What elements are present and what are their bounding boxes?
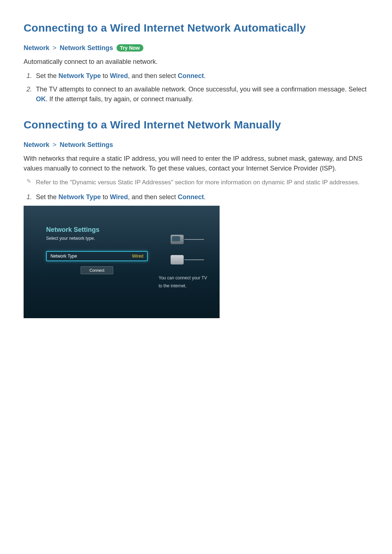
tv-title: Network Settings: [46, 226, 148, 234]
intro-manual: With networks that require a static IP a…: [24, 154, 368, 173]
tv-network-type-select[interactable]: Network Type Wired: [46, 251, 148, 261]
note-text: Refer to the "Dynamic versus Static IP A…: [36, 178, 368, 187]
kw-network-type: Network Type: [58, 193, 101, 201]
crumb-network-settings[interactable]: Network Settings: [60, 141, 113, 148]
breadcrumb-manual: Network > Network Settings: [24, 141, 368, 149]
crumb-network[interactable]: Network: [24, 44, 49, 52]
crumb-sep: >: [53, 141, 57, 148]
crumb-network-settings[interactable]: Network Settings: [60, 44, 113, 52]
tv-connect-button[interactable]: Connect: [81, 266, 113, 274]
tv-select-label: Network Type: [50, 254, 77, 259]
try-now-badge[interactable]: Try Now: [117, 44, 143, 52]
kw-ok: OK: [36, 95, 46, 103]
step-auto-1: 1. Set the Network Type to Wired, and th…: [26, 71, 368, 81]
text: to: [101, 72, 110, 79]
text: , and then select: [128, 193, 178, 201]
step-manual-1: 1. Set the Network Type to Wired, and th…: [26, 192, 368, 202]
tv-select-value: Wired: [132, 254, 143, 259]
text: to: [101, 193, 110, 201]
heading-manual: Connecting to a Wired Internet Network M…: [24, 119, 368, 131]
text: .: [204, 193, 206, 201]
kw-connect: Connect: [178, 193, 204, 201]
text: . If the attempt fails, try again, or co…: [46, 95, 193, 103]
step-number: 1.: [26, 71, 36, 81]
tv-desc: You can connect your TV to the internet.: [159, 274, 209, 291]
tv-desc-line1: You can connect your TV: [159, 274, 209, 282]
steps-manual: 1. Set the Network Type to Wired, and th…: [24, 192, 368, 202]
tv-desc-line2: to the internet.: [159, 282, 209, 290]
crumb-sep: >: [53, 44, 57, 52]
step-number: 1.: [26, 192, 36, 202]
steps-auto: 1. Set the Network Type to Wired, and th…: [24, 71, 368, 104]
intro-auto: Automatically connect to an available ne…: [24, 57, 368, 67]
text: Set the: [36, 193, 58, 201]
kw-network-type: Network Type: [58, 72, 101, 79]
text: Set the: [36, 72, 58, 79]
text: .: [204, 72, 206, 79]
crumb-network[interactable]: Network: [24, 141, 49, 148]
step-number: 2.: [26, 85, 36, 104]
kw-wired: Wired: [110, 193, 128, 201]
breadcrumb-auto: Network > Network Settings Try Now: [24, 44, 368, 52]
kw-wired: Wired: [110, 72, 128, 79]
step-auto-2: 2. The TV attempts to connect to an avai…: [26, 85, 368, 104]
router-diagram-icon: [160, 235, 208, 264]
note-row: ✎ Refer to the "Dynamic versus Static IP…: [26, 178, 368, 187]
text: The TV attempts to connect to an availab…: [36, 86, 367, 93]
heading-auto: Connecting to a Wired Internet Network A…: [24, 22, 368, 34]
text: , and then select: [128, 72, 178, 79]
tv-network-settings-panel: Network Settings Select your network typ…: [24, 206, 220, 318]
pencil-icon: ✎: [26, 178, 36, 185]
tv-subtitle: Select your network type.: [46, 236, 148, 241]
kw-connect: Connect: [178, 72, 204, 79]
